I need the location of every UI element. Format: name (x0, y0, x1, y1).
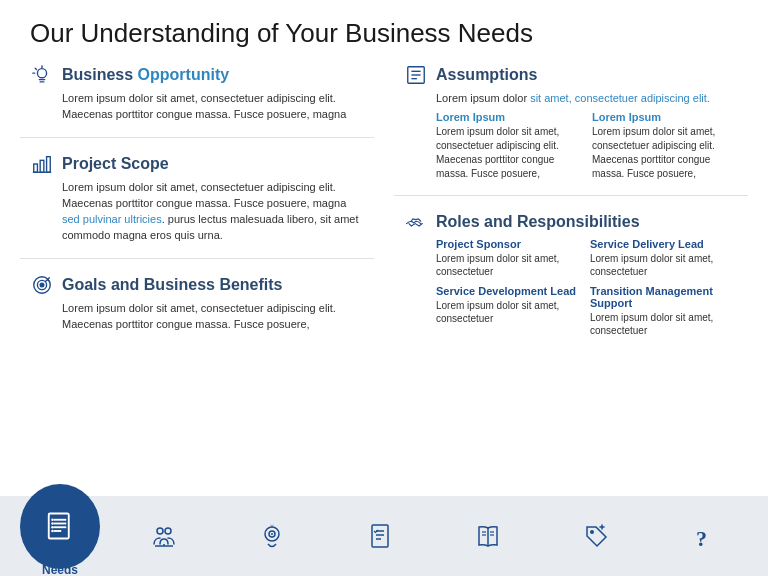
nav-book[interactable] (474, 522, 502, 550)
project-scope-section: Project Scope Lorem ipsum dolor sit amet… (20, 148, 374, 248)
nav-target-drop[interactable] (258, 522, 286, 550)
assumptions-title: Assumptions (436, 66, 537, 84)
project-scope-text-before: Lorem ipsum dolor sit amet, consectetuer… (62, 181, 346, 209)
nav-checklist[interactable] (366, 522, 394, 550)
goals-section: Goals and Business Benefits Lorem ipsum … (20, 269, 374, 337)
svg-rect-5 (40, 160, 44, 172)
role-body-4: Lorem ipsum dolor sit amet, consectetuer (590, 311, 738, 338)
divider-1 (20, 137, 374, 138)
svg-line-2 (35, 68, 36, 69)
svg-point-20 (51, 519, 54, 522)
assumptions-col2-title: Lorem Ipsum (592, 111, 738, 123)
project-scope-body: Lorem ipsum dolor sit amet, consectetuer… (30, 180, 364, 244)
svg-point-24 (157, 528, 163, 534)
assumptions-section: Assumptions Lorem ipsum dolor sit amet, … (394, 59, 748, 185)
project-scope-title: Project Scope (62, 155, 169, 173)
svg-point-30 (271, 533, 273, 535)
project-scope-link: sed pulvinar ultricies (62, 213, 162, 225)
list-icon (404, 63, 428, 87)
assumptions-col1-title: Lorem Ipsum (436, 111, 582, 123)
business-opportunity-section: Business Opportunity Lorem ipsum dolor s… (20, 59, 374, 127)
assumptions-intro: Lorem ipsum dolor sit amet, consectetuer… (404, 91, 738, 107)
role-title-1: Project Sponsor (436, 238, 584, 250)
content-area: Business Opportunity Lorem ipsum dolor s… (0, 59, 768, 449)
role-body-2: Lorem ipsum dolor sit amet, consectetuer (590, 252, 738, 279)
needs-nav-active[interactable] (20, 484, 100, 569)
bottom-nav-icons: ? (100, 522, 768, 550)
business-opportunity-header: Business Opportunity (30, 63, 364, 87)
svg-rect-6 (47, 157, 51, 173)
bottom-nav-bar: Needs (0, 496, 768, 576)
role-title-2: Service Delivery Lead (590, 238, 738, 250)
left-column: Business Opportunity Lorem ipsum dolor s… (20, 59, 374, 449)
svg-rect-15 (49, 514, 69, 539)
svg-point-22 (51, 526, 54, 529)
role-item-3: Service Development Lead Lorem ipsum dol… (436, 285, 584, 338)
svg-rect-4 (34, 164, 38, 172)
nav-tag[interactable] (582, 522, 610, 550)
svg-point-25 (165, 528, 171, 534)
role-body-1: Lorem ipsum dolor sit amet, consectetuer (436, 252, 584, 279)
goals-header: Goals and Business Benefits (30, 273, 364, 297)
role-item-1: Project Sponsor Lorem ipsum dolor sit am… (436, 238, 584, 279)
svg-point-10 (40, 283, 44, 287)
target-icon (30, 273, 54, 297)
roles-title: Roles and Responsibilities (436, 213, 640, 231)
chart-icon (30, 152, 54, 176)
svg-rect-31 (372, 525, 388, 547)
roles-section: Roles and Responsibilities Project Spons… (394, 206, 748, 342)
role-item-4: Transition Management Support Lorem ipsu… (590, 285, 738, 338)
handshake-icon (404, 210, 428, 234)
assumptions-col-1: Lorem Ipsum Lorem ipsum dolor sit amet, … (436, 111, 582, 181)
svg-point-40 (590, 530, 594, 534)
business-opportunity-highlight: Opportunity (138, 66, 230, 83)
roles-grid: Project Sponsor Lorem ipsum dolor sit am… (404, 238, 738, 338)
goals-title: Goals and Business Benefits (62, 276, 283, 294)
assumptions-col2-body: Lorem ipsum dolor sit amet, consectetuer… (592, 125, 738, 181)
assumptions-col-2: Lorem Ipsum Lorem ipsum dolor sit amet, … (592, 111, 738, 181)
svg-point-0 (37, 69, 46, 78)
assumptions-header: Assumptions (404, 63, 738, 87)
svg-point-23 (51, 530, 54, 533)
nav-question[interactable]: ? (690, 522, 718, 550)
business-opportunity-body: Lorem ipsum dolor sit amet, consectetuer… (30, 91, 364, 123)
svg-text:?: ? (696, 526, 707, 550)
goals-body: Lorem ipsum dolor sit amet, consectetuer… (30, 301, 364, 333)
nav-meeting[interactable] (150, 522, 178, 550)
roles-header: Roles and Responsibilities (404, 210, 738, 234)
assumptions-intro-text: Lorem ipsum dolor (436, 92, 530, 104)
bulb-icon (30, 63, 54, 87)
project-scope-header: Project Scope (30, 152, 364, 176)
assumptions-col1-body: Lorem ipsum dolor sit amet, consectetuer… (436, 125, 582, 181)
business-opportunity-title: Business Opportunity (62, 66, 229, 84)
right-column: Assumptions Lorem ipsum dolor sit amet, … (394, 59, 748, 449)
role-body-3: Lorem ipsum dolor sit amet, consectetuer (436, 299, 584, 326)
page-title: Our Understanding of Your Business Needs (0, 0, 768, 59)
role-title-4: Transition Management Support (590, 285, 738, 309)
assumptions-sub-grid: Lorem Ipsum Lorem ipsum dolor sit amet, … (404, 111, 738, 181)
role-title-3: Service Development Lead (436, 285, 584, 297)
role-item-2: Service Delivery Lead Lorem ipsum dolor … (590, 238, 738, 279)
needs-nav-label: Needs (20, 563, 100, 577)
divider-3 (394, 195, 748, 196)
svg-point-21 (51, 522, 54, 525)
assumptions-intro-link: sit amet, consectetuer adipiscing elit. (530, 92, 710, 104)
divider-2 (20, 258, 374, 259)
